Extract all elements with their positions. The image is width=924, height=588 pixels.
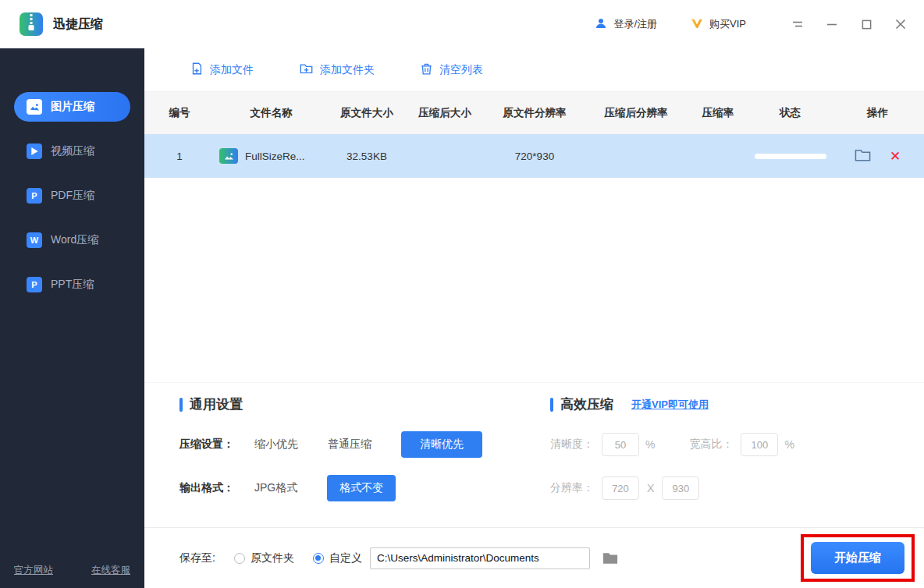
clarity-input[interactable] [602, 433, 639, 456]
maximize-icon[interactable] [860, 18, 872, 30]
clear-list-button[interactable]: 清空列表 [420, 62, 483, 78]
resolution-separator: X [647, 482, 654, 494]
remove-file-icon[interactable]: ✕ [890, 150, 901, 163]
aspect-unit: % [784, 438, 794, 451]
radio-custom[interactable] [313, 553, 324, 564]
empty-list-area [144, 178, 924, 382]
app-logo-icon [17, 10, 45, 38]
sidebar-item-label: PDF压缩 [51, 189, 94, 203]
sidebar-item-label: PPT压缩 [51, 278, 94, 292]
open-vip-link[interactable]: 开通VIP即可使用 [631, 398, 709, 412]
col-compressed-res: 压缩后分辨率 [605, 106, 668, 120]
option-clarity-priority[interactable]: 清晰优先 [401, 431, 482, 458]
option-jpg-format[interactable]: JPG格式 [254, 481, 297, 495]
clarity-unit: % [645, 438, 655, 451]
general-settings: 通用设置 压缩设置： 缩小优先 普通压缩 清晰优先 输出格式： JPG格式 格式… [179, 395, 482, 501]
vip-icon [690, 16, 704, 33]
official-site-link[interactable]: 官方网站 [14, 564, 53, 577]
menu-icon[interactable] [791, 18, 804, 30]
section-marker [550, 398, 553, 412]
app-window: 迅捷压缩 登录/注册 购买VIP [0, 0, 924, 588]
radio-original-folder[interactable] [234, 553, 245, 564]
table-row[interactable]: 1 FullSizeRe... 32.53KB 720*930 ✕ [144, 134, 924, 178]
row-filename: FullSizeRe... [245, 151, 305, 162]
video-icon [27, 143, 42, 159]
trash-icon [420, 62, 433, 78]
sidebar-footer: 官方网站 在线客服 [0, 564, 144, 577]
save-path-input[interactable] [370, 547, 590, 569]
col-compressed-size: 压缩后大小 [418, 106, 471, 120]
add-file-icon [190, 62, 204, 78]
sidebar-item-image-compress[interactable]: 图片压缩 [14, 92, 130, 122]
sidebar-item-video-compress[interactable]: 视频压缩 [14, 136, 130, 166]
col-orig-res: 原文件分辨率 [503, 106, 567, 120]
sidebar-item-label: Word压缩 [51, 233, 98, 247]
minimize-icon[interactable] [826, 18, 838, 30]
progress-bar [755, 154, 826, 159]
clarity-aspect-row: 清晰度： % 宽高比： % [550, 432, 794, 457]
radio-custom-label[interactable]: 自定义 [329, 551, 362, 565]
row-orig-res: 720*930 [515, 151, 554, 162]
settings-panel: 通用设置 压缩设置： 缩小优先 普通压缩 清晰优先 输出格式： JPG格式 格式… [144, 382, 924, 527]
image-thumbnail-icon [219, 148, 238, 164]
top-bar: 迅捷压缩 登录/注册 购买VIP [0, 0, 924, 48]
col-orig-size: 原文件大小 [340, 106, 393, 120]
main-content: 添加文件 添加文件夹 清空列表 编号 文件名称 原文件大小 压缩后大小 原文件分… [144, 48, 924, 588]
close-icon[interactable] [894, 18, 907, 30]
word-icon: W [27, 232, 42, 248]
browse-folder-icon[interactable] [602, 551, 618, 565]
row-orig-size: 32.53KB [346, 151, 387, 162]
option-shrink-priority[interactable]: 缩小优先 [254, 437, 298, 452]
vip-settings-title: 高效压缩 开通VIP即可使用 [550, 395, 794, 413]
output-format-row: 输出格式： JPG格式 格式不变 [179, 476, 482, 501]
sidebar-item-label: 图片压缩 [51, 100, 94, 114]
start-compress-button[interactable]: 开始压缩 [811, 542, 904, 574]
vip-settings: 高效压缩 开通VIP即可使用 清晰度： % 宽高比： % 分辨率： X [550, 395, 794, 501]
compress-setting-label: 压缩设置： [179, 437, 254, 452]
open-folder-icon[interactable] [855, 148, 871, 165]
sidebar-item-pdf-compress[interactable]: P PDF压缩 [14, 181, 130, 211]
resolution-row: 分辨率： X [550, 476, 794, 501]
add-folder-button[interactable]: 添加文件夹 [299, 62, 375, 78]
row-filename-cell: FullSizeRe... [215, 148, 305, 164]
resolution-width-input[interactable] [602, 476, 639, 500]
section-marker [179, 398, 183, 412]
sidebar-item-label: 视频压缩 [51, 144, 94, 158]
resolution-height-input[interactable] [662, 476, 699, 500]
col-ratio: 压缩率 [702, 106, 734, 120]
aspect-label: 宽高比： [689, 437, 733, 452]
col-actions: 操作 [867, 106, 888, 120]
pdf-icon: P [27, 188, 42, 204]
sidebar: 图片压缩 视频压缩 P PDF压缩 W Word压缩 P PPT压缩 官方网站 … [0, 48, 144, 588]
image-icon [27, 99, 42, 115]
file-toolbar: 添加文件 添加文件夹 清空列表 [144, 48, 924, 92]
online-support-link[interactable]: 在线客服 [91, 564, 130, 577]
row-actions: ✕ [855, 148, 901, 165]
general-settings-title: 通用设置 [179, 395, 482, 413]
save-to-label: 保存至: [179, 551, 215, 565]
app-title: 迅捷压缩 [53, 16, 103, 33]
option-normal-compress[interactable]: 普通压缩 [328, 437, 371, 452]
table-header: 编号 文件名称 原文件大小 压缩后大小 原文件分辨率 压缩后分辨率 压缩率 状态… [144, 92, 924, 134]
ppt-icon: P [27, 277, 42, 292]
bottom-bar: 保存至: 原文件夹 自定义 开始压缩 [144, 527, 924, 588]
sidebar-item-word-compress[interactable]: W Word压缩 [14, 225, 130, 255]
resolution-label: 分辨率： [550, 481, 594, 495]
compress-setting-row: 压缩设置： 缩小优先 普通压缩 清晰优先 [179, 432, 482, 457]
annotation-highlight-box: 开始压缩 [801, 534, 915, 582]
radio-original-folder-label[interactable]: 原文件夹 [251, 551, 294, 565]
add-folder-icon [299, 62, 314, 78]
option-keep-format[interactable]: 格式不变 [327, 475, 396, 501]
add-file-button[interactable]: 添加文件 [190, 62, 254, 78]
col-filename: 文件名称 [251, 106, 293, 120]
login-register-button[interactable]: 登录/注册 [594, 16, 657, 33]
window-controls [791, 18, 907, 30]
sidebar-item-ppt-compress[interactable]: P PPT压缩 [14, 270, 130, 299]
output-format-label: 输出格式： [179, 481, 254, 495]
user-icon [594, 16, 608, 33]
col-status: 状态 [780, 106, 801, 120]
clarity-label: 清晰度： [550, 437, 594, 452]
row-index: 1 [176, 151, 183, 162]
aspect-input[interactable] [741, 433, 778, 456]
buy-vip-button[interactable]: 购买VIP [690, 16, 746, 33]
